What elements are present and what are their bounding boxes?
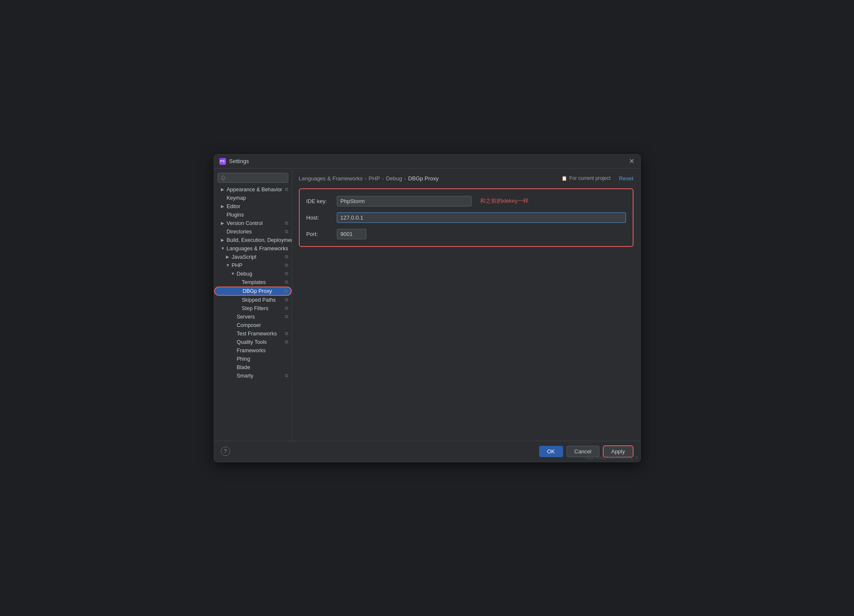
copy-icon-directories: ⧉ — [285, 229, 288, 234]
tree-arrow-editor[interactable]: ▶ — [221, 204, 227, 209]
tree-label-blade: Blade — [237, 364, 250, 370]
search-box — [214, 170, 292, 185]
copy-icon-test-frameworks: ⧉ — [285, 331, 288, 336]
copy-icon-php: ⧉ — [285, 262, 288, 268]
tree-arrow-php[interactable]: ▼ — [226, 263, 232, 268]
tree-arrow-debug[interactable]: ▼ — [231, 271, 237, 276]
sidebar-item-test-frameworks[interactable]: Test Frameworks⧉ — [214, 329, 292, 338]
port-label: Port: — [306, 231, 332, 237]
settings-dialog: PS Settings ✕ ▶Appearance & Behavior⧉ Ke… — [214, 154, 641, 462]
breadcrumb-current: DBGp Proxy — [408, 175, 438, 182]
tree-label-test-frameworks: Test Frameworks — [237, 331, 277, 337]
copy-icon-version-control: ⧉ — [285, 220, 288, 226]
tree-label-frameworks: Frameworks — [237, 348, 266, 354]
tree-label-debug: Debug — [237, 271, 252, 277]
port-row: Port: — [306, 229, 626, 239]
tree-label-editor: Editor — [227, 204, 241, 209]
tree-label-composer: Composer — [237, 322, 261, 328]
breadcrumb-part2: PHP — [369, 175, 380, 182]
host-row: Host: — [306, 212, 626, 223]
tree-arrow-javascript[interactable]: ▶ — [226, 254, 232, 259]
sidebar-item-directories[interactable]: Directories⧉ — [214, 228, 292, 236]
tree-arrow-lang-frameworks[interactable]: ▼ — [221, 246, 227, 251]
tree-label-javascript: JavaScript — [232, 254, 256, 260]
copy-icon-templates: ⧉ — [285, 279, 288, 285]
app-icon: PS — [219, 158, 226, 165]
tree-label-dbgp-proxy: DBGp Proxy — [243, 288, 272, 294]
copy-icon-debug: ⧉ — [285, 271, 288, 276]
tree-label-smarty: Smarty — [237, 373, 254, 379]
ide-key-row: IDE key: 和之前的idekey一样 — [306, 196, 626, 206]
settings-tree: ▶Appearance & Behavior⧉ Keymap▶Editor Pl… — [214, 185, 292, 380]
tree-label-version-control: Version Control — [227, 220, 263, 226]
sidebar-item-version-control[interactable]: ▶Version Control⧉ — [214, 219, 292, 228]
sidebar-item-skipped-paths[interactable]: Skipped Paths⧉ — [214, 296, 292, 304]
copy-icon-quality-tools: ⧉ — [285, 339, 288, 345]
breadcrumb-sep3: › — [404, 175, 406, 182]
tree-label-build: Build, Execution, Deployment — [227, 237, 292, 243]
sidebar-item-plugins[interactable]: Plugins — [214, 211, 292, 219]
host-label: Host: — [306, 214, 332, 221]
tree-label-step-filters: Step Filters — [242, 305, 269, 311]
copy-icon-appearance: ⧉ — [285, 187, 288, 192]
tree-label-phing: Phing — [237, 356, 250, 362]
tree-label-templates: Templates — [242, 279, 266, 285]
sidebar-item-phing[interactable]: Phing — [214, 355, 292, 363]
tree-label-keymap: Keymap — [227, 195, 246, 201]
sidebar-item-appearance[interactable]: ▶Appearance & Behavior⧉ — [214, 185, 292, 194]
tree-label-skipped-paths: Skipped Paths — [242, 297, 276, 303]
sidebar-item-build[interactable]: ▶Build, Execution, Deployment — [214, 236, 292, 244]
port-input[interactable] — [337, 229, 366, 239]
tree-label-lang-frameworks: Languages & Frameworks — [227, 246, 288, 252]
dialog-content: ▶Appearance & Behavior⧉ Keymap▶Editor Pl… — [214, 169, 640, 441]
breadcrumb: Languages & Frameworks › PHP › Debug › D… — [299, 175, 634, 182]
copy-icon-servers: ⧉ — [285, 314, 288, 319]
dbgp-proxy-panel: IDE key: 和之前的idekey一样 Host: Port: — [299, 188, 634, 247]
tree-arrow-appearance[interactable]: ▶ — [221, 187, 227, 192]
sidebar-item-keymap[interactable]: Keymap — [214, 194, 292, 202]
sidebar-item-composer[interactable]: Composer — [214, 321, 292, 329]
breadcrumb-part3: Debug — [386, 175, 402, 182]
sidebar-item-templates[interactable]: Templates⧉ — [214, 278, 292, 287]
ok-button[interactable]: OK — [539, 446, 563, 457]
search-input[interactable] — [218, 173, 288, 183]
sidebar-item-debug[interactable]: ▼Debug⧉ — [214, 270, 292, 278]
breadcrumb-part1: Languages & Frameworks — [299, 175, 363, 182]
sidebar-item-step-filters[interactable]: Step Filters⧉ — [214, 304, 292, 313]
tree-arrow-build[interactable]: ▶ — [221, 238, 227, 242]
copy-icon-smarty: ⧉ — [285, 373, 288, 378]
help-button[interactable]: ? — [221, 447, 230, 456]
sidebar-item-lang-frameworks[interactable]: ▼Languages & Frameworks — [214, 244, 292, 253]
sidebar-item-blade[interactable]: Blade — [214, 363, 292, 372]
breadcrumb-sep1: › — [365, 175, 366, 182]
ide-key-label: IDE key: — [306, 198, 332, 204]
ide-key-annotation: 和之前的idekey一样 — [480, 197, 529, 205]
host-input[interactable] — [337, 212, 626, 223]
for-project: 📋 For current project — [561, 175, 610, 181]
sidebar-item-smarty[interactable]: Smarty⧉ — [214, 372, 292, 380]
title-bar: PS Settings ✕ — [214, 155, 640, 169]
copy-icon-skipped-paths: ⧉ — [285, 297, 288, 303]
tree-label-plugins: Plugins — [227, 212, 244, 218]
sidebar-item-dbgp-proxy[interactable]: DBGp Proxy⧉ — [214, 287, 292, 296]
for-project-text: For current project — [569, 175, 610, 181]
sidebar-item-quality-tools[interactable]: Quality Tools⧉ — [214, 338, 292, 346]
tree-label-appearance: Appearance & Behavior — [227, 187, 282, 193]
tree-arrow-version-control[interactable]: ▶ — [221, 221, 227, 225]
tree-label-directories: Directories — [227, 229, 252, 235]
breadcrumb-sep2: › — [382, 175, 384, 182]
ide-key-input[interactable] — [337, 196, 472, 206]
clipboard-icon: 📋 — [561, 176, 567, 181]
close-button[interactable]: ✕ — [628, 158, 635, 165]
tree-label-php: PHP — [232, 262, 243, 268]
dialog-title: Settings — [229, 158, 628, 164]
sidebar-item-frameworks[interactable]: Frameworks — [214, 346, 292, 355]
reset-button[interactable]: Reset — [619, 175, 634, 182]
sidebar-item-php[interactable]: ▼PHP⧉ — [214, 261, 292, 270]
copy-icon-javascript: ⧉ — [285, 254, 288, 260]
tree-label-servers: Servers — [237, 314, 255, 320]
sidebar-item-javascript[interactable]: ▶JavaScript⧉ — [214, 253, 292, 261]
tree-label-quality-tools: Quality Tools — [237, 339, 267, 345]
sidebar-item-editor[interactable]: ▶Editor — [214, 202, 292, 211]
sidebar-item-servers[interactable]: Servers⧉ — [214, 313, 292, 321]
